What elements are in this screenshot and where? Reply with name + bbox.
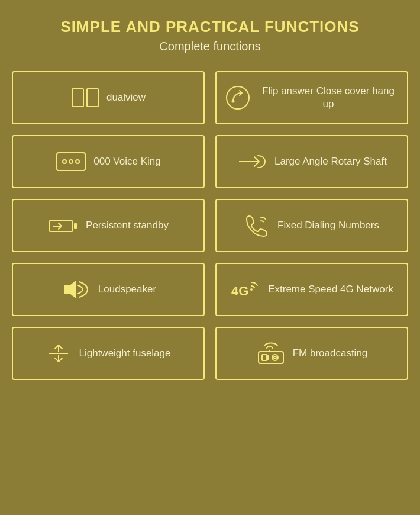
svg-point-5 [63, 160, 66, 163]
flip-answer-label: Flip answer Close cover hang up [258, 85, 399, 111]
svg-point-18 [272, 355, 278, 360]
lightweight-icon [46, 340, 72, 366]
dualview-label: dualview [106, 91, 146, 104]
4g-icon: 4G [230, 278, 261, 301]
svg-rect-17 [262, 355, 267, 360]
fm-label: FM broadcasting [293, 347, 368, 360]
page-header: SIMPLE AND PRACTICAL FUNCTIONS Complete … [60, 18, 359, 53]
voice-king-icon [56, 150, 86, 173]
card-4g: 4G Extreme Speed 4G Network [215, 263, 408, 316]
svg-point-19 [274, 356, 276, 359]
card-voice-king: 000 Voice King [12, 135, 205, 188]
page-title-sub: Complete functions [60, 40, 359, 53]
loudspeaker-label: Loudspeaker [98, 283, 156, 296]
card-lightweight: Lightweight fuselage [12, 327, 205, 380]
dualview-icon [71, 86, 99, 109]
card-dualview: dualview [12, 71, 205, 124]
page-title-main: SIMPLE AND PRACTICAL FUNCTIONS [60, 18, 359, 36]
features-grid: dualview Flip answer Close cover hang up… [12, 71, 408, 380]
svg-point-3 [232, 100, 235, 103]
speaker-icon [60, 278, 91, 301]
card-fixed-dialing: Fixed Dialing Numbers [215, 199, 408, 252]
card-flip-answer: Flip answer Close cover hang up [215, 71, 408, 124]
svg-point-14 [250, 288, 253, 291]
standby-label: Persistent standby [86, 219, 169, 232]
svg-point-6 [69, 160, 73, 163]
svg-rect-4 [57, 153, 85, 170]
dialing-icon [244, 213, 270, 239]
svg-rect-10 [74, 223, 77, 229]
card-standby: Persistent standby [12, 199, 205, 252]
card-loudspeaker: Loudspeaker [12, 263, 205, 316]
rotary-label: Large Angle Rotary Shaft [274, 155, 387, 168]
fm-icon [256, 341, 286, 366]
lightweight-label: Lightweight fuselage [79, 347, 170, 360]
svg-point-7 [76, 160, 79, 163]
flip-icon [225, 85, 251, 111]
voice-king-label: 000 Voice King [93, 155, 160, 168]
svg-point-2 [227, 86, 249, 109]
svg-marker-12 [64, 281, 76, 298]
svg-text:4G: 4G [231, 284, 248, 298]
card-fm: FM broadcasting [215, 327, 408, 380]
svg-rect-0 [72, 89, 83, 107]
svg-rect-1 [87, 89, 98, 107]
fixed-dialing-label: Fixed Dialing Numbers [277, 219, 379, 232]
standby-icon [48, 215, 79, 236]
rotary-icon [237, 151, 267, 172]
card-rotary: Large Angle Rotary Shaft [215, 135, 408, 188]
4g-label: Extreme Speed 4G Network [268, 283, 393, 296]
